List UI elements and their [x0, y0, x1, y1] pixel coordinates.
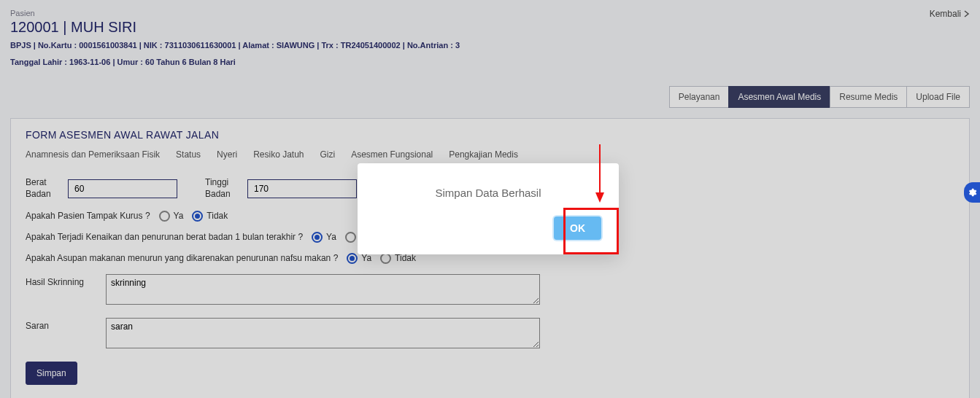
settings-badge[interactable] — [964, 182, 980, 203]
success-modal: Simpan Data Berhasil OK — [358, 163, 619, 254]
modal-message: Simpan Data Berhasil — [375, 187, 601, 199]
gear-icon — [967, 187, 977, 198]
modal-ok-button[interactable]: OK — [554, 216, 601, 240]
